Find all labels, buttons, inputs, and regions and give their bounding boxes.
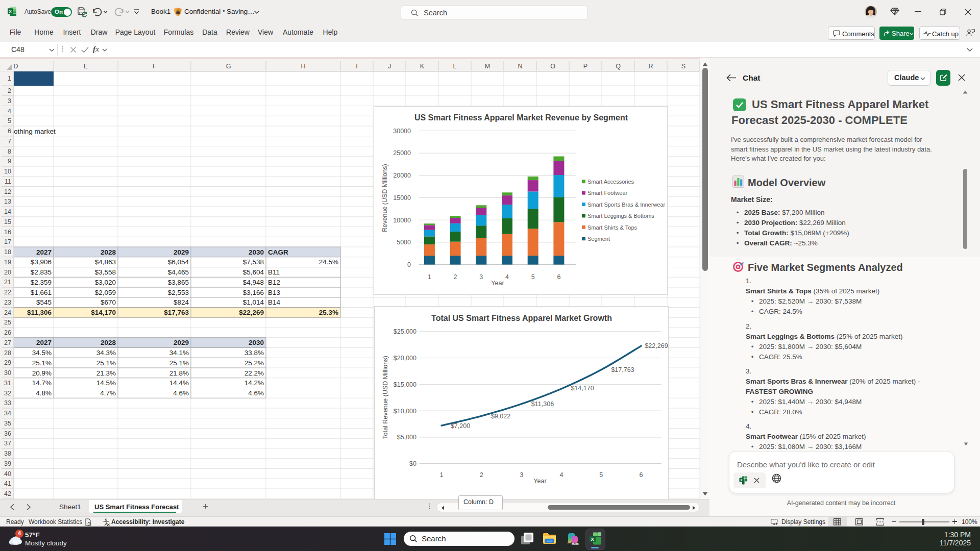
svg-text:14.4%: 14.4% — [169, 379, 189, 387]
svg-text:30000: 30000 — [393, 128, 411, 135]
svg-text:34: 34 — [4, 410, 11, 417]
svg-text:1: 1 — [440, 471, 444, 479]
svg-text:$10,000: $10,000 — [394, 408, 416, 415]
svg-text:Year: Year — [533, 478, 546, 485]
svg-text:4: 4 — [505, 273, 509, 281]
svg-text:L: L — [453, 63, 457, 70]
svg-text:6: 6 — [8, 128, 11, 135]
svg-text:$5,000: $5,000 — [397, 434, 416, 441]
svg-text:$20,000: $20,000 — [394, 355, 416, 362]
svg-text:40: 40 — [4, 470, 11, 478]
svg-text:22.2%: 22.2% — [244, 369, 264, 377]
svg-text:33: 33 — [4, 399, 11, 407]
svg-text:$5,604: $5,604 — [243, 268, 264, 276]
svg-text:B11: B11 — [268, 268, 280, 276]
svg-text:Smart Shirts & Tops: Smart Shirts & Tops — [587, 224, 637, 231]
svg-text:2028: 2028 — [101, 248, 116, 256]
svg-text:$670: $670 — [101, 298, 116, 306]
svg-text:$25,000: $25,000 — [394, 328, 416, 335]
svg-text:2027: 2027 — [36, 248, 52, 256]
svg-text:41: 41 — [4, 480, 11, 487]
svg-text:2030: 2030 — [249, 339, 264, 346]
svg-text:$545: $545 — [36, 298, 52, 306]
svg-text:M365: M365 — [572, 542, 579, 545]
svg-text:US Smart Fitness Apparel Marke: US Smart Fitness Apparel Market Revenue … — [414, 113, 628, 122]
svg-text:B12: B12 — [268, 279, 280, 286]
svg-text:$22,269: $22,269 — [645, 342, 668, 349]
svg-text:39: 39 — [4, 460, 11, 467]
svg-text:I: I — [356, 63, 357, 70]
svg-text:3: 3 — [520, 471, 523, 479]
svg-text:$3,166: $3,166 — [243, 289, 264, 296]
svg-text:M: M — [485, 63, 490, 70]
svg-text:B13: B13 — [268, 289, 280, 296]
svg-text:34.1%: 34.1% — [169, 349, 189, 357]
svg-text:7: 7 — [8, 138, 11, 145]
svg-text:$14,170: $14,170 — [91, 309, 116, 316]
svg-text:14.5%: 14.5% — [96, 379, 116, 387]
svg-text:19: 19 — [4, 259, 11, 266]
svg-text:Smart Leggings & Bottoms: Smart Leggings & Bottoms — [587, 213, 654, 219]
svg-text:CAGR: CAGR — [268, 248, 288, 256]
svg-text:$1,661: $1,661 — [31, 289, 52, 296]
svg-text:1: 1 — [428, 273, 431, 281]
svg-text:21.8%: 21.8% — [169, 369, 189, 377]
svg-text:H: H — [301, 63, 305, 70]
svg-text:$824: $824 — [174, 298, 189, 306]
svg-text:4.8%: 4.8% — [36, 389, 52, 397]
svg-text:38: 38 — [4, 450, 11, 457]
svg-text:6: 6 — [557, 273, 560, 281]
svg-text:D: D — [13, 63, 18, 70]
svg-text:x: x — [9, 8, 12, 14]
svg-text:21.3%: 21.3% — [96, 369, 116, 377]
svg-text:$3,020: $3,020 — [95, 279, 116, 286]
svg-text:6: 6 — [640, 471, 643, 479]
svg-text:O: O — [550, 63, 555, 70]
svg-text:0: 0 — [407, 261, 411, 268]
svg-text:2: 2 — [8, 87, 11, 94]
svg-text:25.2%: 25.2% — [244, 359, 264, 367]
svg-text:29: 29 — [4, 359, 11, 366]
svg-text:16: 16 — [4, 229, 11, 236]
svg-text:$4,465: $4,465 — [168, 268, 189, 276]
svg-text:1: 1 — [8, 75, 11, 82]
svg-text:32: 32 — [4, 390, 11, 397]
svg-text:9: 9 — [8, 158, 11, 165]
svg-text:Segment: Segment — [587, 236, 610, 242]
svg-text:K: K — [420, 63, 425, 70]
svg-text:$9,022: $9,022 — [491, 413, 510, 420]
svg-text:17: 17 — [4, 238, 11, 245]
svg-text:11: 11 — [5, 178, 11, 185]
svg-text:$17,763: $17,763 — [164, 309, 189, 316]
svg-text:13: 13 — [4, 198, 11, 205]
svg-text:4: 4 — [560, 471, 564, 479]
svg-text:$4,948: $4,948 — [243, 279, 264, 286]
svg-text:$3,558: $3,558 — [95, 268, 116, 276]
svg-text:4.6%: 4.6% — [248, 389, 264, 397]
svg-text:20: 20 — [4, 269, 11, 276]
svg-text:14: 14 — [4, 208, 11, 215]
svg-text:$15,000: $15,000 — [394, 381, 416, 388]
svg-text:2029: 2029 — [174, 339, 189, 346]
svg-text:25.1%: 25.1% — [96, 359, 116, 367]
svg-text:24: 24 — [4, 309, 11, 316]
svg-text:2028: 2028 — [101, 339, 116, 346]
svg-text:2029: 2029 — [174, 248, 189, 256]
svg-text:$0: $0 — [409, 460, 416, 467]
svg-text:25.3%: 25.3% — [319, 309, 338, 316]
svg-text:3: 3 — [8, 97, 11, 105]
svg-text:othing market: othing market — [14, 128, 56, 135]
svg-text:$7,200: $7,200 — [451, 422, 470, 430]
svg-text:4.7%: 4.7% — [100, 389, 116, 397]
svg-text:$4,863: $4,863 — [95, 258, 116, 266]
svg-text:S: S — [681, 63, 685, 70]
svg-text:27: 27 — [4, 339, 11, 346]
svg-text:23: 23 — [4, 299, 11, 306]
svg-text:2030: 2030 — [249, 248, 264, 256]
svg-text:$2,059: $2,059 — [95, 289, 116, 296]
svg-text:F: F — [153, 63, 157, 70]
svg-text:Total US Smart Fitness Apparel: Total US Smart Fitness Apparel Market Gr… — [431, 314, 612, 322]
svg-text:10: 10 — [4, 168, 11, 175]
svg-text:8: 8 — [8, 148, 11, 155]
svg-text:20.9%: 20.9% — [32, 369, 52, 377]
